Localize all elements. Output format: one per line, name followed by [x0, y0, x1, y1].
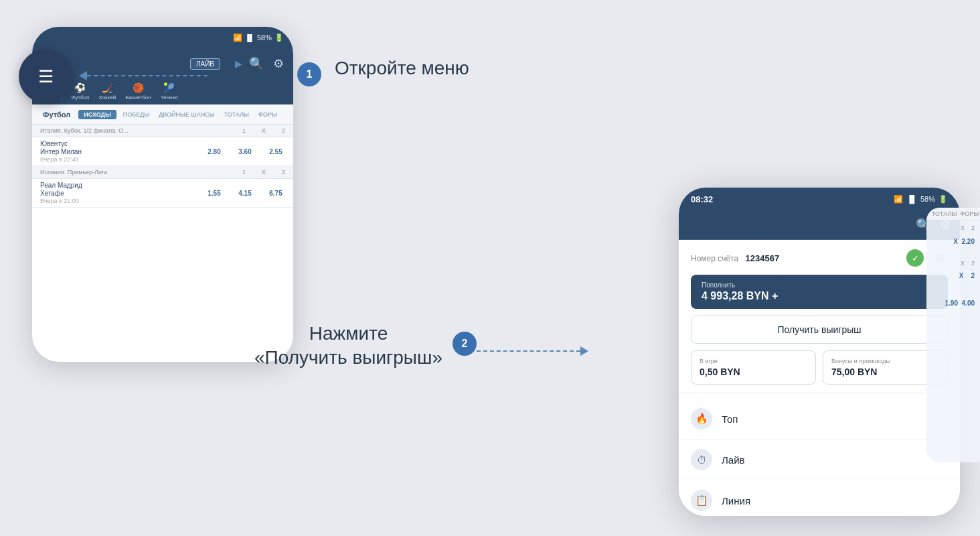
match-time-2: Вчера в 21:00	[40, 198, 205, 204]
account-label: Номер счёта	[691, 254, 738, 263]
wifi-icon: ▐▌	[245, 34, 254, 42]
tab-football[interactable]: Футбол	[39, 109, 74, 120]
menu-item-liniya[interactable]: 📋 Линия	[679, 480, 960, 516]
phone-partial-right: ТОТАЛЫ ФОРЫ X 2 X 2.20 X 2 X 2 1.90 4.00	[926, 208, 980, 462]
in-game-label: В игре	[700, 358, 807, 364]
phone1-status-icons: 📶 ▐▌ 58% 🔋	[233, 34, 284, 42]
team-juventus: Ювентус	[40, 140, 205, 147]
account-section: Номер счёта 1234567 ✓ ⚙ Пополнить 4 993,…	[679, 240, 960, 393]
hamburger-icon: ☰	[38, 68, 54, 85]
basketball-icon: 🏀	[133, 82, 144, 93]
football-icon: ⚽	[74, 82, 86, 93]
team-getafe: Хетафе	[40, 190, 205, 197]
arrow1-line	[87, 75, 208, 76]
step1-label: Откройте меню	[335, 58, 469, 79]
arrow2	[477, 346, 588, 356]
category-basketball[interactable]: 🏀 Баскетбол	[125, 82, 151, 100]
team-real: Реал Мадрид	[40, 182, 205, 189]
tab-victories[interactable]: ПОБЕДЫ	[120, 110, 152, 119]
phone1-status-bar: 📶 ▐▌ 58% 🔋	[32, 27, 293, 48]
arrow1	[79, 71, 208, 80]
menu-item-top-label: Топ	[722, 413, 738, 425]
odd-2-1[interactable]: 1.55	[205, 190, 224, 197]
phone2-status-bar: 08:32 📶 ▐▌ 58% 🔋	[679, 188, 960, 210]
tennis-icon: 🎾	[163, 82, 175, 93]
phone2-nav: 🔍 ⚙	[679, 210, 960, 240]
balance-row: В игре 0,50 BYN Бонусы и промокоды 75,00…	[691, 350, 948, 385]
step1-badge: 1	[297, 62, 321, 86]
live-icon: ⏱	[691, 449, 712, 470]
match-real-madrid: Реал Мадрид Хетафе Вчера в 21:00 1.55 4.…	[32, 179, 293, 208]
signal-icon: 📶	[233, 34, 242, 42]
phone2: 08:32 📶 ▐▌ 58% 🔋 🔍 ⚙ Номер счёта 1234567…	[679, 188, 960, 516]
arrow2-line	[477, 350, 580, 352]
get-winnings-label: Получить выигрыш	[778, 324, 862, 335]
odds-header-x: X	[262, 127, 266, 134]
category-label: Футбол	[71, 94, 89, 100]
menu-item-live-label: Лайв	[722, 454, 745, 466]
category-label: Теннис	[161, 94, 178, 100]
in-game-box: В игре 0,50 BYN	[691, 350, 816, 385]
wifi-icon: 📶	[894, 195, 903, 204]
match-section-italy: Италия. Кубок. 1/2 финала. О... 1 X 2	[32, 125, 293, 137]
match-section-spain: Испания. Премьер-Лига 1 X 2	[32, 166, 293, 179]
tab-fory[interactable]: ФОРЫ	[256, 110, 280, 119]
phone2-battery: 58%	[920, 195, 935, 203]
phone1-tabs: Футбол ИСХОДЫ ПОБЕДЫ ДВОЙНЫЕ ШАНСЫ ТОТАЛ…	[32, 105, 293, 125]
get-winnings-button[interactable]: Получить выигрыш	[691, 316, 948, 344]
phone2-screen: 08:32 📶 ▐▌ 58% 🔋 🔍 ⚙ Номер счёта 1234567…	[679, 188, 960, 516]
signal-bars: ▐▌	[906, 195, 917, 203]
category-football[interactable]: ⚽ Футбол	[71, 82, 89, 100]
match-time-1: Вчера в 22:45	[40, 156, 205, 163]
arrow2-head	[580, 346, 588, 356]
category-label: Хоккей	[98, 94, 116, 100]
category-tennis[interactable]: 🎾 Теннис	[161, 82, 178, 100]
hockey-icon: 🏒	[102, 82, 113, 93]
battery-icon: 🔋	[274, 34, 284, 42]
live-badge[interactable]: ЛАЙВ	[190, 58, 220, 70]
battery-icon: 🔋	[938, 195, 948, 204]
match-juventus: Ювентус Интер Милан Вчера в 22:45 2.80 3…	[32, 137, 293, 166]
settings-icon[interactable]: ⚙	[270, 54, 287, 74]
battery-text: 58%	[257, 34, 272, 42]
phone2-status-right: 📶 ▐▌ 58% 🔋	[894, 195, 948, 204]
menu-button[interactable]: ☰	[19, 50, 72, 103]
bonuses-value: 75,00 BYN	[831, 366, 939, 377]
odd-1-2[interactable]: 2.55	[266, 148, 285, 155]
menu-item-live[interactable]: ⏱ Лайв	[679, 440, 960, 480]
odds-header2-x: X	[262, 169, 266, 176]
menu-item-top[interactable]: 🔥 Топ	[679, 399, 960, 440]
account-label-group: Номер счёта 1234567	[691, 252, 779, 264]
team-inter: Интер Милан	[40, 148, 205, 155]
category-label: Баскетбол	[125, 94, 151, 100]
account-info-row: Номер счёта 1234567 ✓ ⚙	[691, 249, 948, 267]
arrow1-head	[79, 71, 87, 80]
tab-double-chance[interactable]: ДВОЙНЫЕ ШАНСЫ	[156, 110, 217, 119]
step2-label: Нажмите«Получить выигрыш»	[254, 322, 442, 371]
liniya-icon: 📋	[691, 490, 712, 511]
bonuses-label: Бонусы и промокоды	[831, 358, 939, 364]
replenish-amount: 4 993,28 BYN +	[702, 290, 937, 302]
search-icon[interactable]: 🔍	[246, 54, 266, 74]
odds-header-1: 1	[242, 127, 246, 134]
category-hockey[interactable]: 🏒 Хоккей	[98, 82, 116, 100]
step2-badge: 2	[453, 332, 477, 356]
odd-2-x[interactable]: 4.15	[236, 190, 254, 197]
replenish-label: Пополнить	[702, 281, 937, 289]
nav-arrow: ▶	[235, 58, 242, 69]
tab-outcomes-active[interactable]: ИСХОДЫ	[78, 110, 116, 119]
odds-header-2: 2	[282, 127, 285, 134]
odds-header2-1: 1	[242, 169, 246, 176]
odd-2-2[interactable]: 6.75	[266, 190, 285, 197]
odd-1-x[interactable]: 3.60	[236, 148, 254, 155]
menu-item-liniya-label: Линия	[722, 495, 750, 507]
check-icon: ✓	[906, 249, 924, 267]
phone2-time: 08:32	[691, 194, 713, 204]
in-game-value: 0,50 BYN	[700, 366, 807, 377]
replenish-button[interactable]: Пополнить 4 993,28 BYN +	[691, 275, 948, 309]
tab-totals[interactable]: ТОТАЛЫ	[222, 110, 252, 119]
account-number: 1234567	[746, 253, 780, 263]
odds-header2-2: 2	[282, 169, 285, 176]
fire-icon: 🔥	[691, 408, 712, 429]
odd-1-1[interactable]: 2.80	[205, 148, 224, 155]
